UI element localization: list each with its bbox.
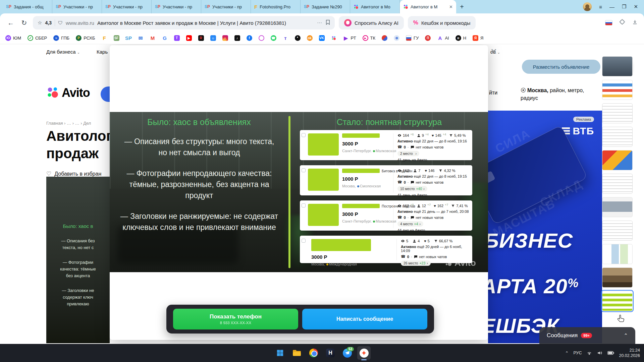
show-phone-button[interactable]: Показать телефон 8 933 XXX-XX-XX [173,309,298,329]
add-to-favorites[interactable]: ♡Добавить в избран [46,170,101,177]
battery-icon[interactable] [607,351,614,355]
gallery-thumbnail-11-active[interactable] [602,291,633,311]
bookmark-item[interactable] [259,35,264,41]
gallery-thumbnail-8[interactable] [602,221,633,241]
bookmark-item[interactable]: ▸ТК [363,35,376,41]
translate-icon[interactable] [605,20,612,25]
keyboard-language[interactable]: РУС [573,351,582,355]
bookmark-item[interactable]: F [102,35,107,41]
tab-uchastniki-1[interactable]: SPУчастники - пр [52,0,102,13]
app-h-button[interactable]: H [324,346,337,360]
bookmark-item[interactable]: AAI [437,35,449,41]
bookmark-item[interactable]: M [150,35,156,41]
chevron-up-icon[interactable]: ⌃ [624,333,628,339]
tab-uchastniki-2[interactable]: SPУчастники - пр [102,0,152,13]
post-ad-button[interactable]: Разместить объявление [522,60,600,74]
gallery-thumbnail-7[interactable] [602,197,633,217]
minimize-icon[interactable]: — [609,4,614,10]
tab-uchastniki-3[interactable]: SPУчастники - пр [152,0,201,13]
more-actions-icon[interactable]: ⋯ [317,20,323,26]
gallery-thumbnail-4[interactable] [602,127,633,147]
bookmark-item[interactable]: ▶РТ [343,35,356,41]
bookmark-item[interactable]: РРСХБ [76,35,95,41]
close-window-icon[interactable]: ✕ [634,4,638,10]
bookmark-item[interactable]: т [283,35,288,41]
location-selector[interactable]: ⦿Москва, район, метро, радиус [521,86,601,102]
modal-close-icon[interactable]: ✕ [490,47,497,56]
bookmark-item[interactable]: G [162,35,168,41]
avito-logo[interactable]: Avito [46,86,90,100]
maximize-icon[interactable]: ❐ [622,4,626,10]
start-button[interactable] [273,346,287,360]
address-bar[interactable]: ☆ 4,3 🛡 www.avito.ru Авитолог в Москве Р… [33,16,335,29]
messages-widget[interactable]: Сообщения 99+ ⌃ [539,327,635,344]
gallery-thumbnail-10[interactable] [602,267,633,288]
bookmark-item[interactable]: ✓СБЕР [28,35,47,41]
extensions-puzzle-icon[interactable] [619,19,625,26]
bookmark-item[interactable]: ☎ [271,35,276,41]
bookmark-item[interactable]: ⊕ [394,35,399,41]
bookmark-item[interactable]: f [247,35,252,41]
tab-zadanie-290[interactable]: SPЗадание №290 [301,0,350,13]
bookmark-item[interactable]: нН [455,35,466,41]
cashback-button[interactable]: % Кешбэк и промокоды [408,16,476,29]
tab-fotohosting[interactable]: FFotohosting.Pro [251,0,301,13]
browser-menu-icon[interactable]: ≡ [599,4,602,10]
tab-avitolog-active[interactable]: Авитолог в М✕ [400,0,456,13]
breadcrumb[interactable]: Главная › … › … › Дел [46,121,91,126]
nav-for-business[interactable]: Для бизнеса ⌄ [46,49,80,55]
bookmark-item[interactable]: ЯЯ [473,35,483,41]
alice-ai-button[interactable]: Спросить Алису AI [339,16,404,29]
security-shield-icon[interactable]: 🛡 [58,20,63,25]
nav-career-fragment[interactable]: Карь [97,49,108,55]
tab-uchastniki-4[interactable]: SPУчастники - пр [201,0,251,13]
listing-photo[interactable]: Было: хаос в— Описания безтекста, но нет… [46,177,110,343]
tab-close-icon[interactable]: ✕ [448,4,453,9]
write-message-button[interactable]: Написать сообщение [302,309,427,329]
bookmark-item[interactable]: ○ [222,35,228,41]
bookmark-item[interactable]: ≈ГПБ [53,35,69,41]
taskbar-clock[interactable]: 21:24 20.02.2026 [619,348,640,359]
tab-avitolog-1[interactable]: Авитолог в Мо [350,0,400,13]
bookmark-item[interactable]: SP [126,35,131,41]
gallery-thumbnail-6[interactable] [602,174,633,194]
bookmark-flag-icon[interactable] [326,20,330,26]
gallery-thumbnail-1[interactable] [602,56,633,76]
tray-chevron-icon[interactable]: ⌃ [565,351,569,356]
tab-zadaniya[interactable]: SPЗадания - общ [3,0,52,13]
site-rating-star-icon[interactable]: ☆ [38,20,42,26]
bookmark-item[interactable]: ГУ [406,35,419,41]
bookmark-item[interactable]: ♪ [234,35,240,41]
downloads-icon[interactable] [632,19,638,26]
wifi-icon[interactable] [586,350,592,356]
bookmark-item[interactable] [382,35,387,41]
bookmark-item[interactable]: ЮЮМ [5,35,21,41]
bookmark-item[interactable]: ok [307,35,313,41]
gallery-thumbnail-5[interactable] [602,150,633,170]
file-explorer-button[interactable] [290,346,304,360]
messenger-button[interactable]: 53 [340,346,354,360]
login-link-fragment[interactable]: йти [489,90,497,96]
new-tab-button[interactable]: + [456,0,468,13]
bookmark-item[interactable]: ☺ [210,35,216,41]
bookmark-item[interactable]: T [174,35,180,41]
gallery-thumbnail-9[interactable] [602,244,633,264]
chrome-button[interactable] [307,346,320,360]
bookmark-item[interactable]: SF [114,35,119,41]
bookmark-item[interactable]: VK [319,35,325,41]
volume-icon[interactable] [597,350,603,356]
bookmark-item[interactable]: * [295,35,301,41]
back-icon[interactable]: ← [6,19,15,27]
gallery-thumbnail-2[interactable] [602,80,633,100]
bookmark-item[interactable]: ▶ [186,35,192,41]
reload-icon[interactable]: ↻ [19,19,29,27]
url-domain[interactable]: www.avito.ru [66,20,94,26]
yandex-browser-button[interactable] [357,346,371,360]
gallery-thumbnail-3[interactable] [602,103,633,123]
bookmark-item[interactable]: ✉ [138,35,144,41]
vtb-ad-banner[interactable]: Реклама ВТБ СИЛА СКЛАД МАСШТАБ БИЗНЕС АР… [488,111,602,343]
bookmark-item[interactable] [331,35,337,41]
bookmark-item[interactable]: П [425,35,431,41]
profile-avatar[interactable] [583,2,592,11]
bookmark-item[interactable]: R [198,35,204,41]
